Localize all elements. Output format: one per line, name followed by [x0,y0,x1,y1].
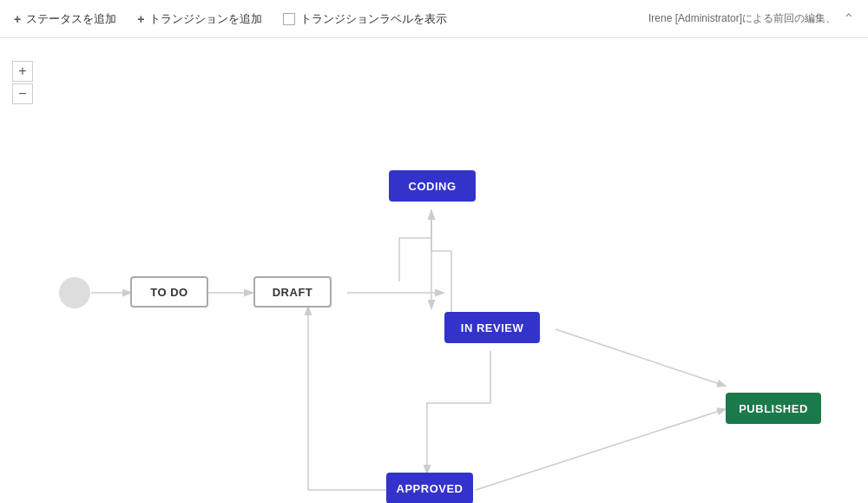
svg-line-5 [476,409,725,490]
approved-node[interactable]: APPROVED [386,473,473,503]
show-labels-toggle[interactable]: トランジションラベルを表示 [283,11,447,27]
todo-node[interactable]: TO DO [130,276,208,308]
toolbar: + ステータスを追加 + トランジションを追加 トランジションラベルを表示 Ir… [0,0,868,38]
draft-node[interactable]: DRAFT [253,276,332,308]
add-transition-label: トランジションを追加 [149,11,262,27]
in-review-node[interactable]: IN REVIEW [444,312,540,343]
start-node[interactable] [59,277,90,308]
approved-label: APPROVED [397,482,464,495]
in-review-label: IN REVIEW [461,321,523,334]
edit-info-text: Irene [Administrator]による前回の編集、 [648,11,836,26]
published-node[interactable]: PUBLISHED [726,393,821,424]
toolbar-right: Irene [Administrator]による前回の編集、 ⌃ [648,10,854,27]
todo-label: TO DO [150,286,187,299]
svg-line-6 [556,329,725,386]
show-labels-label: トランジションラベルを表示 [300,11,447,27]
add-status-button[interactable]: + ステータスを追加 [14,11,116,27]
show-labels-checkbox[interactable] [283,13,295,25]
coding-label: CODING [409,180,457,193]
add-status-label: ステータスを追加 [26,11,116,27]
coding-node[interactable]: CODING [389,170,476,202]
plus-icon-2: + [137,12,144,26]
add-transition-button[interactable]: + トランジションを追加 [137,11,262,27]
workflow-canvas: TO DO DRAFT CODING IN REVIEW APPROVED PU… [0,38,868,503]
draft-label: DRAFT [273,286,313,299]
plus-icon: + [14,12,21,26]
published-label: PUBLISHED [739,402,808,415]
expand-icon[interactable]: ⌃ [843,10,854,27]
connections-svg [0,38,868,503]
